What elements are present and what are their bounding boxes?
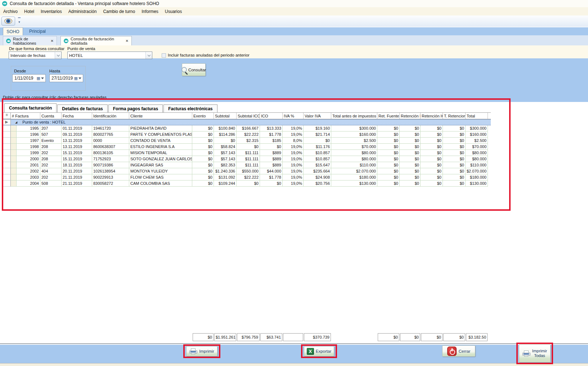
menu-usuarios[interactable]: Usuarios [162, 9, 185, 14]
grid-cell: $889 [260, 150, 283, 156]
grid-cell: $11.111 [237, 162, 260, 168]
column-header-12[interactable]: Total antes de impuestos [331, 113, 377, 119]
tab-soho[interactable]: SOHO [3, 27, 23, 35]
column-header-11[interactable]: Valor IVA [304, 113, 331, 119]
imprimir-todas-button[interactable]: Imprimir Todas [519, 344, 551, 362]
menu-inventarios[interactable]: Inventarios [37, 9, 65, 14]
grid-cell: $0 [400, 162, 421, 168]
calendar-icon[interactable]: ▦ [37, 76, 40, 81]
grid-cell: $100.840 [214, 125, 237, 131]
cerrar-button[interactable]: Cerrar [442, 345, 475, 357]
grid-cell: $0 [443, 131, 466, 138]
grid-cell: 13.11.2019 [62, 144, 92, 150]
column-header-7[interactable]: Subtotal [214, 113, 237, 119]
grid-cell: 2001 [17, 162, 40, 168]
column-header-1[interactable]: # Factura [11, 113, 40, 119]
table-row[interactable]: 199520701.11.201919461720PIEDRAHITA DAVI… [3, 125, 491, 131]
table-row[interactable]: 200020815.11.201971752923SOTO GONZALEZ J… [3, 156, 491, 162]
column-header-3[interactable]: Fecha [62, 113, 92, 119]
chevron-down-icon[interactable] [145, 52, 152, 59]
tab-facturas-electronicas[interactable]: Facturas electrónicas [163, 104, 217, 112]
table-row[interactable]: 1997Evento13.11.20190000CONTADO DE VENTA… [3, 138, 491, 144]
close-icon[interactable]: ✕ [51, 39, 54, 43]
window-title: Consulta de facturación detallada - Vent… [10, 1, 159, 6]
column-header-16[interactable]: T. Retenciones [443, 113, 466, 119]
grid-cell: $0 [400, 168, 421, 174]
grid-cell: 71752923 [92, 156, 129, 162]
tab-rack-de-habitaciones[interactable]: Rack de habitaciones ✕ [3, 36, 57, 45]
consultar-label: Consultar [188, 68, 206, 72]
group-row[interactable]: ▶◢Punto de venta : HOTEL [3, 119, 491, 125]
expand-icon[interactable]: ◢ [11, 120, 17, 125]
chevron-down-icon[interactable] [55, 52, 61, 59]
chevron-down-icon[interactable] [78, 77, 81, 79]
table-row[interactable]: 200320221.11.2019900229913FLOW CHEM SAS$… [3, 174, 491, 180]
menu-cambio-de-turno[interactable]: Cambio de turno [100, 9, 138, 14]
exportar-button[interactable]: X Exportar [304, 346, 334, 356]
pos-select[interactable]: HOTEL [67, 52, 152, 59]
eye-icon [4, 18, 12, 24]
column-header-6[interactable]: Exento [192, 113, 214, 119]
grid-cell: $889 [260, 156, 283, 162]
tab-consulta-facturacion[interactable]: Consulta facturación [4, 103, 57, 112]
grid-cell: $0 [443, 150, 466, 156]
date-to-label: Hasta [49, 69, 60, 73]
column-header-15[interactable]: Retención ICA [421, 113, 443, 119]
grid-cell: 1999 [17, 150, 40, 156]
tab-forma-pagos-facturas[interactable]: Forma pagos facturas [108, 104, 163, 112]
imprimir-button[interactable]: Imprimir [186, 346, 217, 356]
row-indent [11, 131, 17, 138]
date-from-input[interactable]: 1/11/2019 ▦ [12, 74, 46, 82]
column-header-5[interactable]: Cliente [129, 113, 192, 119]
column-header-2[interactable]: Cuenta [40, 113, 62, 119]
grid-cell: $130.000 [331, 180, 377, 187]
totals-spacer [331, 333, 377, 342]
table-row[interactable]: 199820813.11.20198600638307ESTILO INGENE… [3, 144, 491, 150]
table-row[interactable]: 200240420.11.20191026138954MONTOYA YULEI… [3, 168, 491, 174]
eye-toolbar-button[interactable] [1, 17, 15, 26]
table-row[interactable]: 200450821.11.2019830058272CAM COLOMBIA S… [3, 180, 491, 187]
grid-cell: 900719386 [92, 162, 129, 168]
grid-cell: $0 [377, 180, 400, 187]
column-header-17[interactable]: Total [466, 113, 488, 119]
menu-archivo[interactable]: Archivo [0, 9, 21, 14]
menu-informes[interactable]: Informes [138, 9, 162, 14]
grid-totals-row: $0$1.951.261$796.759$63.741$370.739$0$0$… [3, 333, 488, 342]
grid-cell: $114.286 [214, 131, 237, 138]
group-label: Punto de venta : HOTEL [17, 120, 66, 125]
column-header-10[interactable]: IVA % [283, 113, 304, 119]
column-header-9[interactable]: ICO [260, 113, 283, 119]
row-selector [3, 125, 11, 131]
column-header-8[interactable]: Subtotal ICO [237, 113, 260, 119]
close-icon[interactable]: ✕ [126, 39, 129, 43]
menu-hotel[interactable]: Hotel [21, 9, 37, 14]
table-row[interactable]: 199920215.11.2019800136105MISION TEMPORA… [3, 150, 491, 156]
grid-cell: $0 [400, 138, 421, 144]
menu-administracion[interactable]: Administración [65, 9, 100, 14]
tab-principal[interactable]: Principal [26, 27, 49, 35]
column-header-13[interactable]: Ret. Fuente [377, 113, 400, 119]
column-header-4[interactable]: Identificación [92, 113, 129, 119]
consultar-button[interactable]: Consultar [182, 63, 206, 76]
toolbar-overflow-icon[interactable]: ▔▾ [18, 18, 21, 23]
grid-cell: $180.000 [331, 174, 377, 180]
row-selector [3, 144, 11, 150]
tab-detalles-de-facturas[interactable]: Detalles de facturas [57, 104, 107, 112]
table-row[interactable]: 199650709.11.2019800027765PARTE Y COMPLE… [3, 131, 491, 138]
tab-label: Consulta de facturación detallada [71, 37, 122, 45]
column-header-14[interactable]: Retención IVA [400, 113, 421, 119]
calendar-icon[interactable]: ▦ [74, 76, 78, 81]
chevron-down-icon[interactable] [41, 77, 44, 79]
grid-cell: $10.857 [304, 156, 331, 162]
query-mode-select[interactable]: Intervalo de fechas [9, 52, 62, 59]
include-annulled-checkbox[interactable] [162, 53, 166, 58]
table-row[interactable]: 200120218.11.2019900719386INGEAGRAR SAS$… [3, 162, 491, 168]
grid-cell: $0 [377, 156, 400, 162]
totals-box: $0 [421, 333, 443, 341]
grid-cell: 8600638307 [92, 144, 129, 150]
grid-cell: INGEAGRAR SAS [129, 162, 192, 168]
grid-selector-header: ✳ [3, 113, 11, 119]
tab-consulta-facturacion-detallada[interactable]: Consulta de facturación detallada ✕ [60, 36, 132, 45]
grid-cell: $0 [400, 156, 421, 162]
date-to-input[interactable]: 27/11/2019 ▦ [49, 74, 83, 82]
